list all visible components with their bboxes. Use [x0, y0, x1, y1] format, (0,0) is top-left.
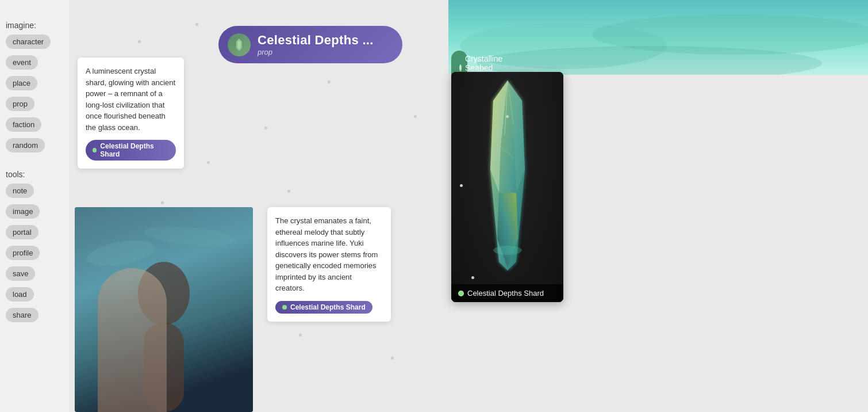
crystal-card[interactable]: Celestial Depths Shard [451, 72, 563, 302]
dot [161, 201, 164, 204]
note-card-2[interactable]: The crystal emanates a faint, ethereal m… [267, 207, 391, 322]
svg-point-18 [493, 246, 522, 255]
dot [195, 23, 198, 26]
sidebar-btn-character[interactable]: character [6, 35, 51, 49]
dot [299, 334, 302, 337]
crystal-image [451, 72, 563, 302]
dot [414, 115, 417, 118]
header-card-subtitle: prop [258, 48, 374, 56]
location-dot [459, 64, 462, 71]
underwater-background [75, 207, 253, 412]
dot [460, 184, 463, 187]
sidebar-btn-note[interactable]: note [6, 184, 34, 198]
dot [287, 190, 290, 193]
sidebar-btn-faction[interactable]: faction [6, 117, 41, 132]
sidebar-btn-share[interactable]: share [6, 308, 39, 322]
header-card[interactable]: Celestial Depths ... prop [218, 26, 402, 63]
tools-label: tools: [6, 170, 63, 179]
sidebar-btn-save[interactable]: save [6, 266, 35, 281]
note-card-1-badge-label: Celestial Depths Shard [100, 142, 169, 158]
badge-dot-2 [282, 305, 287, 310]
badge-dot-1 [93, 148, 97, 152]
dot [138, 40, 141, 43]
header-card-title: Celestial Depths ... [258, 33, 374, 48]
sidebar-btn-place[interactable]: place [6, 76, 37, 90]
header-card-text: Celestial Depths ... prop [258, 33, 374, 56]
header-icon [228, 33, 251, 56]
imagine-buttons: character event place prop faction rando… [6, 35, 63, 156]
canvas: Celestial Depths ... prop Crystalline Se… [69, 0, 868, 412]
crystal-badge: Celestial Depths Shard [451, 284, 563, 302]
dot [471, 276, 474, 279]
dot [207, 161, 210, 164]
dot [264, 127, 267, 129]
sidebar-btn-image[interactable]: image [6, 204, 40, 219]
ocean-background [448, 0, 868, 75]
svg-point-5 [138, 262, 190, 325]
note-card-1-text: A luminescent crystal shard, glowing wit… [86, 66, 176, 133]
note-card-2-badge-label: Celestial Depths Shard [290, 303, 366, 311]
crystal-svg [473, 78, 542, 273]
note-card-2-text: The crystal emanates a faint, ethereal m… [275, 215, 383, 294]
sidebar-btn-random[interactable]: random [6, 138, 45, 152]
note-card-2-badge: Celestial Depths Shard [275, 301, 372, 314]
crystal-badge-text: Celestial Depths Shard [467, 289, 544, 297]
dot [506, 115, 509, 118]
note-card-1[interactable]: A luminescent crystal shard, glowing wit… [78, 58, 184, 169]
sidebar-btn-prop[interactable]: prop [6, 97, 34, 111]
crystal-badge-dot [458, 291, 464, 296]
svg-rect-6 [144, 322, 184, 412]
dot [391, 357, 394, 360]
sidebar-btn-load[interactable]: load [6, 287, 34, 302]
sidebar: imagine: character event place prop fact… [0, 0, 69, 412]
imagine-label: imagine: [6, 21, 63, 30]
sidebar-btn-portal[interactable]: portal [6, 225, 39, 239]
tools-buttons: note image portal profile save load shar… [6, 184, 63, 326]
sidebar-btn-profile[interactable]: profile [6, 246, 40, 260]
sidebar-btn-event[interactable]: event [6, 55, 38, 70]
note-card-1-badge: Celestial Depths Shard [86, 140, 176, 161]
dot [328, 81, 331, 83]
